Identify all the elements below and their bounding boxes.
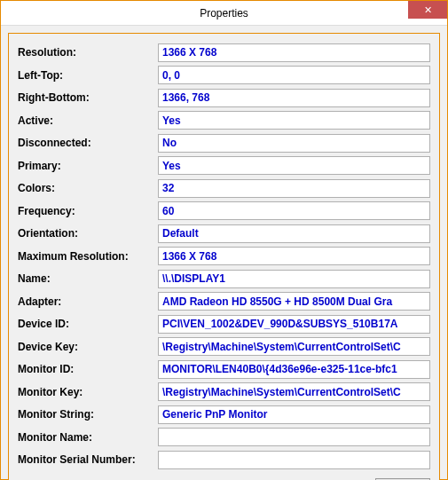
property-value-field[interactable] bbox=[158, 360, 430, 379]
property-row: Maximum Resolution: bbox=[18, 247, 430, 266]
properties-list: Resolution:Left-Top:Right-Bottom:Active:… bbox=[18, 43, 430, 473]
property-row: Disconnected: bbox=[18, 133, 430, 153]
property-row: Device ID: bbox=[18, 314, 430, 334]
property-value-field[interactable] bbox=[158, 382, 430, 401]
property-value-field[interactable] bbox=[158, 270, 430, 288]
property-value-field[interactable] bbox=[158, 247, 430, 265]
property-label: Adapter: bbox=[18, 295, 158, 308]
property-label: Device Key: bbox=[18, 341, 158, 353]
property-row: Monitor Name: bbox=[18, 428, 430, 447]
property-row: Monitor Key: bbox=[18, 382, 430, 402]
property-row: Right-Bottom: bbox=[18, 88, 430, 107]
footer: AppNee Freeware Group. OK bbox=[18, 476, 430, 481]
property-row: Monitor Serial Number: bbox=[18, 450, 430, 469]
property-label: Resolution: bbox=[18, 46, 158, 59]
property-value-field[interactable] bbox=[158, 66, 430, 84]
property-label: Primary: bbox=[18, 160, 158, 172]
property-label: Left-Top: bbox=[18, 69, 158, 82]
property-row: Frequency: bbox=[18, 201, 430, 221]
property-value-field[interactable] bbox=[158, 224, 430, 243]
property-value-field[interactable] bbox=[158, 292, 430, 311]
property-label: Monitor String: bbox=[18, 408, 158, 421]
property-label: Monitor Name: bbox=[18, 431, 158, 444]
property-value-field[interactable] bbox=[158, 43, 430, 62]
property-row: Orientation: bbox=[18, 224, 430, 243]
property-label: Active: bbox=[18, 114, 158, 127]
property-row: Colors: bbox=[18, 178, 430, 198]
property-row: Left-Top: bbox=[18, 66, 430, 85]
property-value-field[interactable] bbox=[158, 451, 430, 469]
property-row: Adapter: bbox=[18, 292, 430, 311]
property-value-field[interactable] bbox=[158, 428, 430, 446]
property-value-field[interactable] bbox=[158, 315, 430, 334]
property-row: Resolution: bbox=[18, 43, 430, 62]
property-label: Maximum Resolution: bbox=[18, 250, 158, 263]
property-value-field[interactable] bbox=[158, 156, 430, 175]
property-label: Name: bbox=[18, 272, 158, 285]
property-label: Monitor Serial Number: bbox=[18, 453, 158, 466]
content-area: Resolution:Left-Top:Right-Bottom:Active:… bbox=[1, 26, 447, 480]
property-row: Name: bbox=[18, 269, 430, 288]
property-label: Disconnected: bbox=[18, 137, 158, 149]
property-label: Right-Bottom: bbox=[18, 91, 158, 104]
property-value-field[interactable] bbox=[158, 179, 430, 198]
property-label: Frequency: bbox=[18, 205, 158, 217]
properties-window: Properties ✕ Resolution:Left-Top:Right-B… bbox=[0, 0, 448, 480]
property-row: Primary: bbox=[18, 156, 430, 176]
property-row: Device Key: bbox=[18, 337, 430, 357]
property-value-field[interactable] bbox=[158, 111, 430, 130]
property-value-field[interactable] bbox=[158, 337, 430, 356]
titlebar: Properties ✕ bbox=[1, 1, 447, 26]
property-label: Monitor Key: bbox=[18, 386, 158, 398]
property-value-field[interactable] bbox=[158, 405, 430, 424]
property-value-field[interactable] bbox=[158, 201, 430, 220]
property-label: Device ID: bbox=[18, 318, 158, 330]
property-label: Orientation: bbox=[18, 227, 158, 240]
property-label: Monitor ID: bbox=[18, 363, 158, 375]
property-row: Monitor ID: bbox=[18, 359, 430, 379]
window-title: Properties bbox=[200, 7, 248, 20]
property-label: Colors: bbox=[18, 182, 158, 194]
close-icon: ✕ bbox=[424, 4, 432, 16]
close-button[interactable]: ✕ bbox=[408, 1, 447, 19]
property-value-field[interactable] bbox=[158, 89, 430, 107]
properties-panel: Resolution:Left-Top:Right-Bottom:Active:… bbox=[8, 33, 440, 480]
property-row: Monitor String: bbox=[18, 405, 430, 424]
property-row: Active: bbox=[18, 111, 430, 130]
property-value-field[interactable] bbox=[158, 134, 430, 153]
